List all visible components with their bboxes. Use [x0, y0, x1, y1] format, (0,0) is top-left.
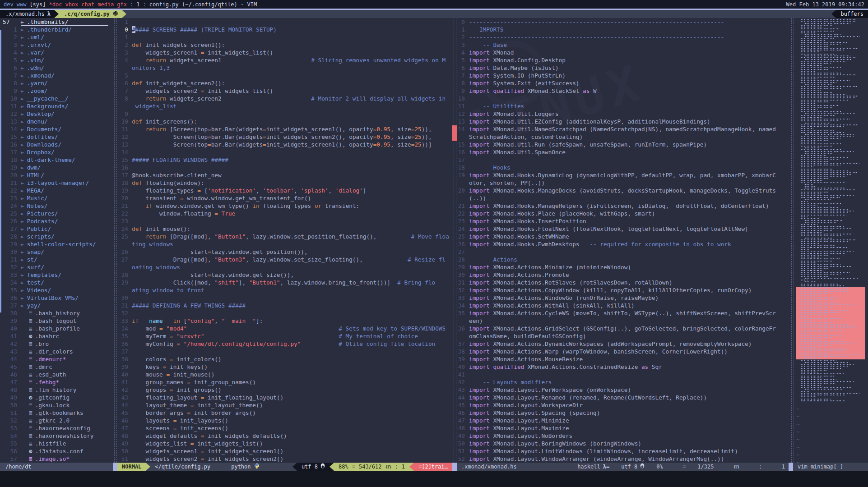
code-line[interactable]: 33import XMonad.Actions.WindowGo (runOrR…	[452, 294, 790, 302]
code-line[interactable]: 42 -- Layouts modifiers	[452, 378, 790, 386]
code-line[interactable]: 2---------------------------------------…	[452, 33, 790, 41]
tree-item-bash_profile[interactable]: 40≣.bash_profile	[0, 325, 113, 332]
workspace-vbox[interactable]: vbox	[65, 1, 78, 8]
code-line[interactable]: 24import XMonad.Hooks.FloatNext (floatNe…	[452, 225, 790, 233]
code-line[interactable]: 21import XMonad.Hooks.ManageHelpers (isF…	[452, 202, 790, 210]
tree-item-histfile[interactable]: 55≣.histfile	[0, 440, 113, 447]
tree-item-Videos[interactable]: 35►Videos/	[0, 286, 113, 294]
code-line[interactable]: 43 floating_layout = init_floating_layou…	[113, 394, 452, 401]
tree-item-haxornewsconfig[interactable]: 53≣.haxornewsconfig	[0, 424, 113, 432]
code-line[interactable]: 4import XMonad	[452, 49, 790, 56]
code-line[interactable]: 5	[113, 72, 452, 79]
code-line[interactable]: 44import XMonad.Layout.Renamed (renamed,…	[452, 394, 790, 401]
code-line[interactable]: 16import XMonad.Util.SpawnOnce	[452, 148, 790, 156]
tree-item-Podcasts[interactable]: 26►Podcasts/	[0, 217, 113, 225]
code-line[interactable]: 24def init_mouse():	[113, 225, 452, 233]
workspace-chat[interactable]: chat	[81, 1, 94, 8]
tree-item-scripts[interactable]: 28►scripts/	[0, 233, 113, 240]
tree-item-dmenurc[interactable]: 44≣.dmenurc*	[0, 355, 113, 363]
code-line[interactable]: 35import XMonad.Actions.CycleWS (moveTo,…	[452, 309, 790, 317]
code-line[interactable]: 7 widgets_screen2 = init_widgets_list()	[113, 87, 452, 95]
tree-item-dotfiles[interactable]: 15►dotfiles/	[0, 133, 113, 141]
code-line[interactable]: ScratchpadAction, customFloating)	[452, 133, 790, 141]
code-line[interactable]: 32import XMonad.Actions.CopyWindow (kill…	[452, 286, 790, 294]
code-line[interactable]: 11 return [Screen(top=bar.Bar(widgets=in…	[113, 125, 452, 133]
tree-item-Desktop[interactable]: 12►Desktop/	[0, 110, 113, 118]
code-line[interactable]: 3 widgets_screen1 = init_widgets_list()	[113, 49, 452, 56]
code-line[interactable]: 30	[113, 294, 452, 302]
tree-item-imageso[interactable]: 57≣.image.so*	[0, 455, 113, 463]
tree-item-dt-dark-theme[interactable]: 18►dt-dark-theme/	[0, 156, 113, 164]
code-line[interactable]: 0---------------------------------------…	[452, 18, 790, 26]
tab-config-py[interactable]: .c/q/config.py	[59, 10, 122, 18]
tree-item-gtkrc-20[interactable]: 52≣.gtkrc-2.0	[0, 417, 113, 424]
tree-item-Pictures[interactable]: 25►Pictures/	[0, 210, 113, 217]
tree-item-dmrc[interactable]: 45≣.dmrc	[0, 363, 113, 371]
code-line[interactable]: 14	[113, 148, 452, 156]
code-line[interactable]: 9import qualified XMonad.StackSet as W	[452, 87, 790, 95]
code-line[interactable]: 19 floating_types = ['notification', 'to…	[113, 187, 452, 194]
code-line[interactable]: 26import XMonad.Hooks.EwmhDesktops -- re…	[452, 240, 790, 248]
code-line[interactable]: 1	[113, 18, 452, 26]
vim-command-line[interactable]	[0, 471, 868, 487]
code-line[interactable]: 50 widgets_screen1 = init_widgets_screen…	[113, 447, 452, 455]
code-line[interactable]: 41	[452, 371, 790, 378]
tree-item-uml[interactable]: 2►.uml/	[0, 33, 113, 41]
code-line[interactable]: 34 mod = "mod4" # Sets mod key to SUPER/…	[113, 325, 452, 332]
code-line[interactable]: 38import XMonad.Actions.Warp (warpToWind…	[452, 348, 790, 355]
code-line[interactable]: 45import XMonad.Layout.WorkspaceDir	[452, 401, 790, 409]
code-line[interactable]: 39import XMonad.Actions.MouseResize	[452, 355, 790, 363]
code-line[interactable]: 21 if window.window.get_wm_type() in flo…	[113, 202, 452, 210]
tree-item-snap[interactable]: 30►snap/	[0, 248, 113, 256]
code-line[interactable]: 45 border_args = init_border_args()	[113, 409, 452, 417]
tree-item-Public[interactable]: 27►Public/	[0, 225, 113, 233]
code-line[interactable]: 36import XMonad.Actions.GridSelect (GSCo…	[452, 325, 790, 332]
code-line[interactable]: 50import XMonad.Layout.BoringWindows (bo…	[452, 440, 790, 447]
code-line[interactable]: 35 myTerm = "urxvtc" # My terminal of ch…	[113, 332, 452, 340]
tree-item-w3m[interactable]: 6►.w3m/	[0, 64, 113, 72]
code-line[interactable]: 46import XMonad.Layout.Spacing (spacing)	[452, 409, 790, 417]
code-line[interactable]: olor, shorten, PP(..))	[452, 179, 790, 187]
tree-item-i3statusconf[interactable]: 56⚙.i3status.conf	[0, 447, 113, 455]
tree-item-bash_history[interactable]: 38≣.bash_history	[0, 309, 113, 317]
code-line[interactable]: omClassName, buildDefaultGSConfig)	[452, 332, 790, 340]
code-line[interactable]: 11 -- Utilities	[452, 102, 790, 110]
tree-item-Downloads[interactable]: 16►Downloads/	[0, 141, 113, 148]
code-line[interactable]: 12 Screen(top=bar.Bar(widgets=init_widge…	[113, 133, 452, 141]
code-line[interactable]: 6def init_widgets_screen2():	[113, 79, 452, 87]
workspace-doc[interactable]: *doc	[49, 1, 62, 8]
tab-xmonad-hs[interactable]: .x/xmonad.hs λ	[0, 10, 54, 18]
tree-item-surf[interactable]: 32►surf/	[0, 263, 113, 271]
tree-item-HTML[interactable]: 20►HTML/	[0, 171, 113, 179]
code-line[interactable]: 18 -- Hooks	[452, 164, 790, 171]
workspace-dev[interactable]: dev	[4, 1, 14, 8]
code-line[interactable]: 34import XMonad.Actions.WithAll (sinkAll…	[452, 302, 790, 309]
tree-item-st[interactable]: 31►st/	[0, 256, 113, 263]
tree-item-var[interactable]: 4►.var/	[0, 49, 113, 56]
code-line[interactable]: 28 start=lazy.window.get_size()),	[113, 271, 452, 279]
code-line[interactable]: 30import XMonad.Actions.Promote	[452, 271, 790, 279]
tree-item-Documents[interactable]: 14►Documents/	[0, 125, 113, 133]
code-line[interactable]: 13 Screen(top=bar.Bar(widgets=init_widge…	[113, 141, 452, 148]
code-line[interactable]: 20 transient = window.window.get_wm_tran…	[113, 194, 452, 202]
code-line[interactable]: 23import XMonad.Hooks.InsertPosition	[452, 217, 790, 225]
code-line[interactable]: (..))	[452, 194, 790, 202]
tree-item-yay[interactable]: 37►yay/	[0, 302, 113, 309]
tree-item-yarn[interactable]: 8►.yarn/	[0, 79, 113, 87]
tree-item-shell-color-scripts[interactable]: 29►shell-color-scripts/	[0, 240, 113, 248]
code-line[interactable]: 27	[452, 248, 790, 256]
code-line[interactable]: 1---IMPORTS	[452, 26, 790, 33]
code-line[interactable]: 26 start=lazy.window.get_position()),	[113, 248, 452, 256]
tree-item-dwm[interactable]: 19►dwm/	[0, 164, 113, 171]
code-line[interactable]: 39 keys = init_keys()	[113, 363, 452, 371]
code-line[interactable]: 19import XMonad.Hooks.DynamicLog (dynami…	[452, 171, 790, 179]
code-line[interactable]: 49 widgets_list = init_widgets_list()	[113, 440, 452, 447]
tree-item-Templates[interactable]: 33►Templates/	[0, 271, 113, 279]
tree-item-gitconfig[interactable]: 49⚙.gitconfig	[0, 394, 113, 401]
workspace-sys[interactable]: [sys]	[29, 1, 46, 8]
vertical-split[interactable]	[113, 18, 118, 463]
tree-item-bash_logout[interactable]: 39≣.bash_logout	[0, 317, 113, 325]
code-line[interactable]: 44 layout_theme = init_layout_theme()	[113, 401, 452, 409]
code-line[interactable]: 20import XMonad.Hooks.ManageDocks (avoid…	[452, 187, 790, 194]
tree-item-gtk-bookmarks[interactable]: 51≣.gtk-bookmarks	[0, 409, 113, 417]
